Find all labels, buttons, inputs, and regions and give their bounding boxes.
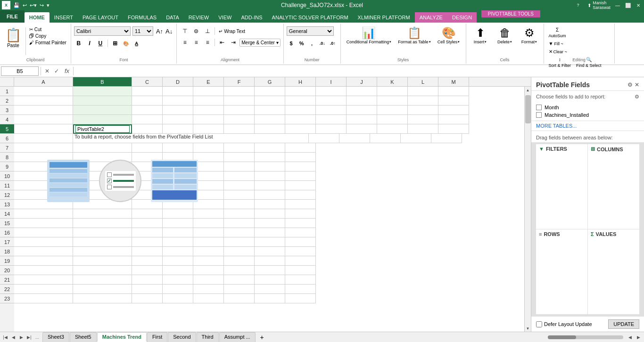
cell-D18[interactable] bbox=[163, 247, 193, 256]
cell-G3[interactable] bbox=[255, 106, 285, 115]
col-header-M[interactable]: M bbox=[438, 77, 469, 86]
cell-F5[interactable] bbox=[224, 124, 255, 134]
tab-design[interactable]: DESIGN bbox=[447, 12, 477, 23]
cell-B17[interactable] bbox=[73, 237, 132, 247]
cell-H22[interactable] bbox=[285, 285, 316, 294]
tab-formulas[interactable]: FORMULAS bbox=[123, 12, 161, 23]
row-header-15[interactable]: 15 bbox=[0, 219, 14, 228]
cell-A6[interactable] bbox=[14, 134, 73, 143]
enter-formula-icon[interactable]: ✓ bbox=[52, 67, 61, 75]
cell-I4[interactable] bbox=[316, 115, 347, 124]
cell-D17[interactable] bbox=[163, 237, 193, 247]
h-scroll-left[interactable]: ◀ bbox=[626, 334, 634, 341]
cell-D22[interactable] bbox=[163, 285, 193, 294]
cell-D5[interactable] bbox=[163, 124, 193, 134]
comma-button[interactable]: , bbox=[307, 39, 317, 48]
col-header-C[interactable]: C bbox=[132, 77, 163, 86]
cell-E2[interactable] bbox=[193, 96, 224, 106]
cell-A21[interactable] bbox=[14, 275, 73, 285]
cell-F2[interactable] bbox=[224, 96, 255, 106]
cell-D1[interactable] bbox=[163, 87, 193, 96]
row-header-10[interactable]: 10 bbox=[0, 171, 14, 181]
cell-D20[interactable] bbox=[163, 266, 193, 275]
tab-review[interactable]: REVIEW bbox=[184, 12, 214, 23]
conditional-formatting-button[interactable]: 📊 Conditional Formatting ▾ bbox=[344, 26, 395, 45]
cell-A19[interactable] bbox=[14, 256, 73, 266]
cell-H14[interactable] bbox=[285, 209, 316, 219]
cell-C7[interactable] bbox=[132, 143, 163, 153]
pivot-area-filters[interactable]: ▼ FILTERS bbox=[536, 144, 587, 229]
decrease-decimal-button[interactable]: .0↓ bbox=[318, 39, 327, 48]
row-header-7[interactable]: 7 bbox=[0, 143, 14, 153]
cell-A17[interactable] bbox=[14, 237, 73, 247]
pivot-settings-icon[interactable]: ⚙ bbox=[635, 94, 639, 100]
cell-J2[interactable] bbox=[347, 96, 377, 106]
cell-G16[interactable] bbox=[255, 228, 285, 237]
row-header-9[interactable]: 9 bbox=[0, 162, 14, 171]
cell-G15[interactable] bbox=[255, 219, 285, 228]
cell-J4[interactable] bbox=[347, 115, 377, 124]
tab-data[interactable]: DATA bbox=[161, 12, 184, 23]
minimize-icon[interactable]: — bbox=[614, 1, 621, 9]
cell-M5[interactable] bbox=[438, 124, 469, 134]
cell-G18[interactable] bbox=[255, 247, 285, 256]
indent-decrease-button[interactable]: ⇤ bbox=[217, 38, 227, 47]
cell-A5[interactable] bbox=[14, 124, 73, 134]
cell-K3[interactable] bbox=[377, 106, 408, 115]
cell-H20[interactable] bbox=[285, 266, 316, 275]
cell-G13[interactable] bbox=[255, 200, 285, 209]
cell-G19[interactable] bbox=[255, 256, 285, 266]
help-icon[interactable]: ? bbox=[574, 1, 582, 9]
cell-D7[interactable] bbox=[163, 143, 193, 153]
currency-button[interactable]: $ bbox=[287, 39, 296, 48]
pivot-close-icon[interactable]: ✕ bbox=[635, 81, 639, 88]
number-format-select[interactable]: General bbox=[287, 26, 334, 36]
align-bottom-button[interactable]: ⊥ bbox=[202, 26, 213, 36]
cell-B2[interactable] bbox=[73, 96, 132, 106]
row-header-1[interactable]: 1 bbox=[0, 87, 14, 96]
cell-F22[interactable] bbox=[224, 285, 255, 294]
percent-button[interactable]: % bbox=[297, 39, 306, 48]
cell-G8[interactable] bbox=[255, 153, 285, 162]
cell-A23[interactable] bbox=[14, 294, 73, 303]
cell-K4[interactable] bbox=[377, 115, 408, 124]
cell-F8[interactable] bbox=[224, 153, 255, 162]
cell-J3[interactable] bbox=[347, 106, 377, 115]
row-header-5[interactable]: 5 bbox=[0, 124, 14, 134]
cell-A15[interactable] bbox=[14, 219, 73, 228]
tab-sheet3[interactable]: Sheet3 bbox=[42, 332, 69, 342]
cell-A4[interactable] bbox=[14, 115, 73, 124]
cell-B18[interactable] bbox=[73, 247, 132, 256]
row-header-18[interactable]: 18 bbox=[0, 247, 14, 256]
tab-view[interactable]: VIEW bbox=[214, 12, 236, 23]
row-header-6[interactable]: 6 bbox=[0, 134, 14, 143]
row-header-4[interactable]: 4 bbox=[0, 115, 14, 124]
defer-checkbox[interactable] bbox=[536, 321, 542, 327]
cell-D6[interactable] bbox=[339, 134, 370, 143]
cell-L2[interactable] bbox=[408, 96, 438, 106]
cell-E17[interactable] bbox=[193, 237, 224, 247]
field-item-machines-installed[interactable]: Machines_Installed bbox=[536, 111, 639, 119]
cell-E18[interactable] bbox=[193, 247, 224, 256]
cell-H3[interactable] bbox=[285, 106, 316, 115]
cell-F13[interactable] bbox=[224, 200, 255, 209]
cell-D14[interactable] bbox=[163, 209, 193, 219]
sheet-nav-next[interactable]: ▶ bbox=[17, 334, 25, 341]
align-right-button[interactable]: ≡ bbox=[202, 38, 213, 47]
row-header-11[interactable]: 11 bbox=[0, 181, 14, 190]
cell-K1[interactable] bbox=[377, 87, 408, 96]
pivot-area-values[interactable]: Σ VALUES bbox=[588, 229, 639, 314]
cell-B21[interactable] bbox=[73, 275, 132, 285]
row-header-19[interactable]: 19 bbox=[0, 256, 14, 266]
cell-F19[interactable] bbox=[224, 256, 255, 266]
cell-I1[interactable] bbox=[316, 87, 347, 96]
cell-G12[interactable] bbox=[255, 190, 285, 200]
copy-button[interactable]: 🗍 Copy bbox=[28, 33, 68, 39]
cell-E5[interactable] bbox=[193, 124, 224, 134]
col-header-B[interactable]: B bbox=[73, 77, 132, 86]
scroll-up-arrow[interactable]: ▲ bbox=[525, 87, 531, 93]
row-header-2[interactable]: 2 bbox=[0, 96, 14, 106]
cell-B22[interactable] bbox=[73, 285, 132, 294]
cell-H9[interactable] bbox=[285, 162, 316, 171]
pivot-gear-icon[interactable]: ⚙ bbox=[627, 81, 633, 88]
